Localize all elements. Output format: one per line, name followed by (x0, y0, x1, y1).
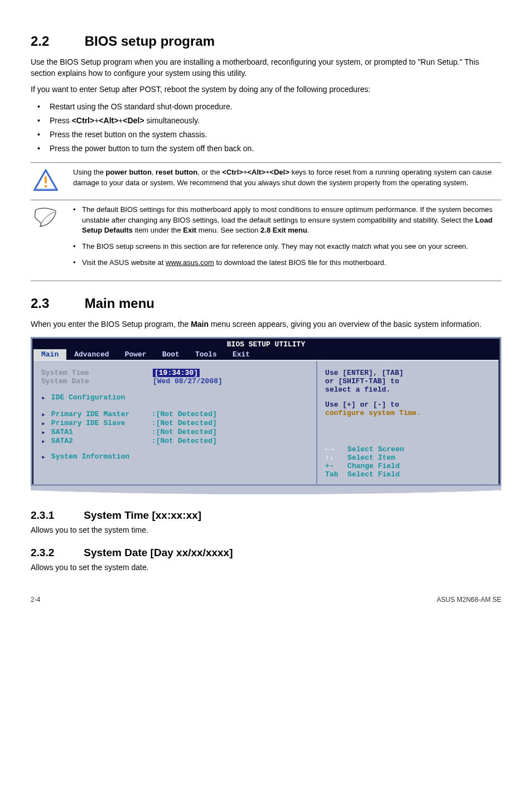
warning-note: Using the power button, reset button, or… (31, 167, 501, 193)
tip-body: The default BIOS settings for this mothe… (73, 205, 501, 274)
bios-tabs: Main Advanced Power Boot Tools Exit (33, 349, 499, 360)
list-item: The BIOS setup screens in this section a… (73, 242, 501, 252)
heading-2-3: 2.3 Main menu (31, 296, 501, 311)
text: to download the latest BIOS file for thi… (214, 258, 386, 267)
para: If you want to enter Setup after POST, r… (31, 84, 501, 95)
key-hint: ↑↓Select Item (325, 454, 491, 462)
secnum: 2.3.2 (31, 547, 81, 559)
tab-advanced[interactable]: Advanced (66, 349, 117, 360)
key: +- (325, 462, 347, 470)
key: Tab (325, 470, 347, 479)
text: power button (106, 168, 152, 176)
heading-text: BIOS setup program (85, 33, 215, 49)
key-hint: ←→Select Screen (325, 445, 491, 454)
heading-text: System Time [xx:xx:xx] (84, 509, 201, 521)
label: System Date (41, 377, 153, 385)
text: simultaneously. (144, 116, 200, 125)
text: Exit (183, 226, 196, 234)
text: Using the (73, 168, 106, 176)
label: SATA2 (51, 437, 152, 446)
heading-2-2: 2.2 BIOS setup program (31, 33, 501, 49)
key: ↑↓ (325, 454, 347, 462)
key: <Ctrl> (72, 116, 94, 125)
help-text: Use [ENTER], [TAB] (325, 369, 491, 377)
help-text: Use [+] or [-] to (325, 401, 491, 409)
rule (31, 281, 501, 281)
bios-left-panel: System Time [19:34:30] System Date [Wed … (33, 361, 317, 484)
text: . (307, 226, 309, 234)
help-text: configure system Time. (325, 409, 491, 417)
label: System Information (51, 452, 129, 461)
bios-row-system-info[interactable]: ▸ System Information (41, 452, 306, 461)
heading-text: System Date [Day xx/xx/xxxx] (84, 547, 233, 558)
tab-power[interactable]: Power (117, 349, 154, 360)
key-hint: TabSelect Field (325, 470, 491, 479)
tab-main[interactable]: Main (33, 349, 66, 360)
key: <Del> (123, 116, 144, 125)
bios-row-sata1[interactable]: ▸ SATA1 :[Not Detected] (41, 428, 306, 437)
list-item: Press the reset button on the system cha… (31, 129, 501, 141)
label: System Time (41, 369, 153, 377)
label: Select Field (347, 470, 400, 479)
text: , or the (197, 168, 222, 176)
note-icon (31, 205, 61, 230)
heading-2-3-1: 2.3.1 System Time [xx:xx:xx] (31, 509, 501, 522)
arrow-icon: ▸ (41, 452, 46, 461)
tab-tools[interactable]: Tools (187, 349, 225, 360)
help-text: or [SHIFT-TAB] to (325, 377, 491, 385)
rule (31, 200, 501, 200)
curve-decoration (31, 485, 501, 497)
text: Main (191, 320, 209, 329)
tip-note: The default BIOS settings for this mothe… (31, 205, 501, 274)
page-number: 2-4 (31, 596, 40, 604)
para: Allows you to set the system date. (31, 562, 501, 573)
text: item under the (133, 226, 183, 234)
heading-text: Main menu (85, 296, 154, 311)
rule (31, 162, 501, 163)
secnum: 2.2 (31, 33, 81, 49)
bios-row-primary-slave[interactable]: ▸ Primary IDE Slave :[Not Detected] (41, 419, 306, 428)
tab-exit[interactable]: Exit (225, 349, 258, 360)
bios-row-ide-config[interactable]: ▸ IDE Configuration (41, 393, 306, 402)
text: menu. See section (196, 226, 260, 234)
warning-text: Using the power button, reset button, or… (73, 167, 501, 189)
tab-boot[interactable]: Boot (154, 349, 187, 360)
text: 2.8 Exit menu (260, 226, 307, 234)
value: :[Not Detected] (152, 437, 217, 446)
arrow-icon: ▸ (41, 393, 46, 402)
heading-2-3-2: 2.3.2 System Date [Day xx/xx/xxxx] (31, 547, 501, 559)
arrow-icon: ▸ (41, 428, 46, 437)
bios-row-sata2[interactable]: ▸ SATA2 :[Not Detected] (41, 437, 306, 446)
label: Select Screen (347, 445, 404, 454)
secnum: 2.3.1 (31, 509, 81, 522)
arrow-icon: ▸ (41, 419, 46, 428)
bios-row-system-time[interactable]: System Time [19:34:30] (41, 369, 306, 377)
list-item: The default BIOS settings for this mothe… (73, 205, 501, 237)
key: <Alt> (99, 116, 118, 125)
label: Select Item (347, 454, 395, 462)
bios-right-panel: Use [ENTER], [TAB] or [SHIFT-TAB] to sel… (317, 361, 499, 484)
value: [Wed 08/27/2008] (153, 377, 223, 385)
label: IDE Configuration (51, 393, 125, 402)
text: The default BIOS settings for this mothe… (82, 205, 492, 224)
bios-row-system-date[interactable]: System Date [Wed 08/27/2008] (41, 377, 306, 385)
bios-row-primary-master[interactable]: ▸ Primary IDE Master :[Not Detected] (41, 410, 306, 419)
text: <Alt> (247, 168, 265, 176)
bios-screenshot: BIOS SETUP UTILITY Main Advanced Power B… (31, 337, 501, 497)
bios-title: BIOS SETUP UTILITY (33, 340, 499, 349)
text: menu screen appears, giving you an overv… (209, 320, 481, 329)
help-text: select a field. (325, 385, 491, 394)
arrow-icon: ▸ (41, 437, 46, 446)
text: <Ctrl> (222, 168, 243, 176)
page: 2.2 BIOS setup program Use the BIOS Setu… (0, 0, 532, 620)
list-item: Visit the ASUS website at www.asus.com t… (73, 258, 501, 268)
value: [19:34:30] (153, 369, 200, 377)
para: Allows you to set the system time. (31, 525, 501, 536)
secnum: 2.3 (31, 296, 81, 311)
label: Change Field (347, 462, 400, 470)
label: Primary IDE Slave (51, 419, 152, 428)
svg-point-1 (45, 185, 47, 187)
text: Press (50, 116, 72, 125)
warning-icon (31, 167, 61, 193)
value: :[Not Detected] (152, 419, 217, 428)
